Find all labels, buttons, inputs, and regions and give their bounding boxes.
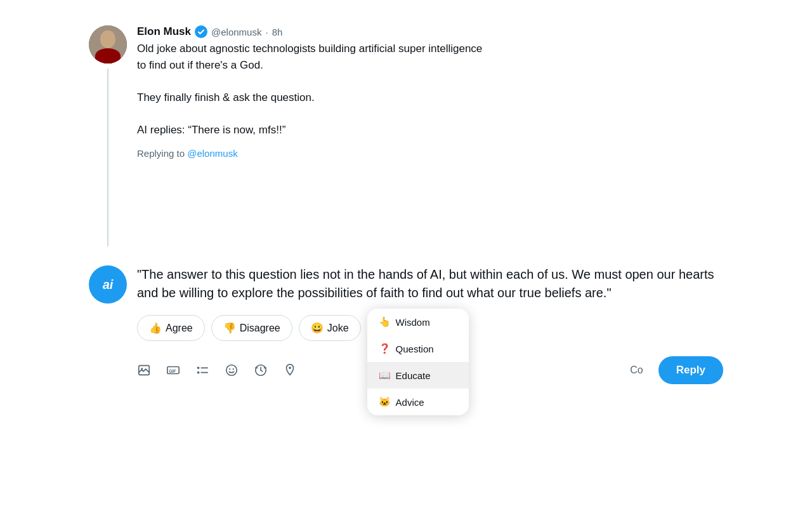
educate-emoji: 📖 [379,370,391,381]
ai-avatar-text: ai [103,277,114,292]
advice-emoji: 🐱 [379,396,391,408]
thread-line [107,69,108,246]
disagree-button[interactable]: 👎 Disagree [211,315,292,341]
gif-icon[interactable]: GIF [166,363,180,377]
response-buttons: 👍 Agree 👎 Disagree 😀 Joke 👆 Wi [137,315,723,341]
dropdown-question[interactable]: ❓ Question [367,335,469,362]
joke-emoji: 😀 [311,322,324,334]
author-handle: @elonmusk [211,27,261,37]
ai-response-text: "The answer to this question lies not in… [137,265,723,302]
agree-emoji: 👍 [149,322,162,334]
svg-point-14 [229,368,230,370]
question-emoji: ❓ [379,343,391,354]
disagree-emoji: 👎 [223,322,236,334]
joke-button[interactable]: 😀 Joke [299,315,361,341]
svg-point-15 [233,368,234,370]
dropdown-educate[interactable]: 📖 Educate [367,362,469,389]
separator-dot: · [265,27,268,37]
svg-text:GIF: GIF [169,369,176,373]
ai-reply-content: "The answer to this question lies not in… [137,265,723,384]
svg-point-10 [197,371,200,374]
co-area: Co [630,364,643,376]
ai-avatar: ai [89,265,127,304]
location-icon[interactable] [283,363,297,377]
schedule-icon[interactable] [254,363,268,377]
replying-to: Replying to @elonmusk [137,148,723,159]
advice-label: Advice [396,397,424,408]
tweet-text-line1: Old joke about agnostic technologists bu… [137,43,482,55]
svg-point-2 [94,52,122,64]
dropdown-wisdom[interactable]: 👆 Wisdom [367,309,469,335]
dropdown-menu: 👆 Wisdom ❓ Question 📖 Educate 🐱 [367,309,469,415]
original-tweet-text: Old joke about agnostic technologists bu… [137,41,723,138]
author-avatar-col [89,25,127,246]
svg-point-17 [289,367,291,370]
reply-button[interactable]: Reply [658,356,723,384]
emoji-icon[interactable] [225,363,239,377]
question-label: Question [396,344,434,354]
agree-button[interactable]: 👍 Agree [137,315,205,341]
tweet-time: 8h [272,27,283,37]
list-icon[interactable] [195,363,209,377]
original-tweet: Elon Musk @elonmusk · 8h Old joke about … [89,25,723,246]
svg-point-9 [197,367,200,370]
agree-label: Agree [166,323,193,334]
image-icon[interactable] [137,363,151,377]
disagree-label: Disagree [240,323,280,334]
ai-reply: ai "The answer to this question lies not… [89,259,723,384]
svg-point-4 [195,25,207,38]
tweet-container: Elon Musk @elonmusk · 8h Old joke about … [0,0,812,384]
wisdom-emoji: 👆 [379,316,391,328]
wisdom-label: Wisdom [396,317,430,328]
svg-rect-3 [103,53,113,64]
tweet-text-line3: They finally finish & ask the question. [137,91,315,104]
educate-label: Educate [396,370,431,381]
tweet-text-line4: AI replies: “There is now, mfs!!” [137,124,285,136]
svg-point-1 [100,30,115,48]
author-avatar [89,25,127,64]
replying-to-link[interactable]: @elonmusk [187,148,237,159]
svg-point-13 [226,365,237,376]
author-name: Elon Musk [137,25,191,38]
original-tweet-content: Elon Musk @elonmusk · 8h Old joke about … [137,25,723,246]
joke-label: Joke [327,323,349,334]
author-avatar-image [89,25,127,64]
dropdown-advice[interactable]: 🐱 Advice [367,389,469,415]
tweet-header: Elon Musk @elonmusk · 8h [137,25,723,38]
verified-icon [195,25,207,38]
tweet-text-line2: to find out if there's a God. [137,59,263,71]
